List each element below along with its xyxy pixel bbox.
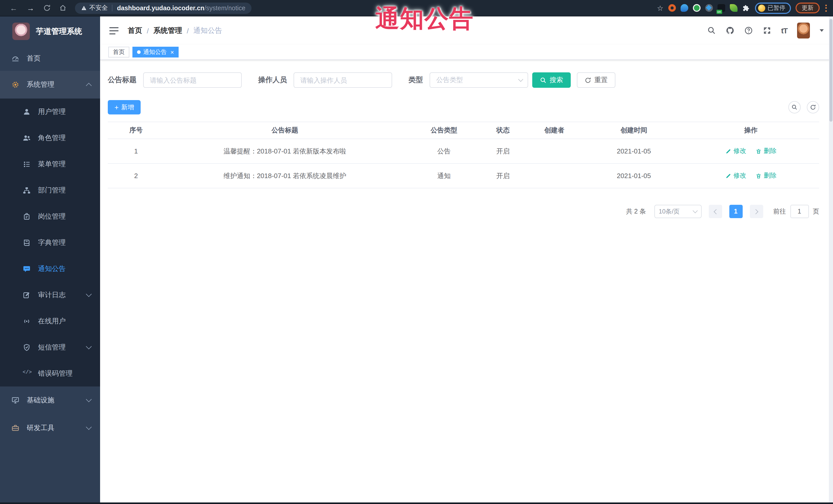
prev-page-button[interactable] [709,205,722,218]
chevron-down-icon [692,208,697,213]
sidebar-item-infrastructure[interactable]: 基础设施 [0,386,100,414]
plus-icon: + [115,104,119,111]
cell-title: 维护通知：2018-07-01 若依系统凌晨维护 [164,171,405,181]
online-users-icon [23,317,31,325]
url-path: /system/notice [204,4,245,11]
toggle-search-button[interactable] [788,101,801,114]
extension-y-icon[interactable] [693,4,700,12]
browser-forward-icon[interactable]: → [27,4,34,12]
vertical-scrollbar[interactable] [829,17,833,502]
sidebar-item-departments[interactable]: 部门管理 [0,177,100,203]
security-label: 不安全 [89,4,108,12]
sidebar-item-label: 字典管理 [38,238,66,247]
profile-status-label: 已暂停 [767,4,785,12]
tab-notices[interactable]: 通知公告 × [133,47,178,57]
logo-avatar [12,23,30,40]
sidebar-item-online-users[interactable]: 在线用户 [0,308,100,334]
github-icon[interactable] [726,26,735,35]
goto-page-group: 前往 页 [773,205,819,218]
search-icon [791,104,798,110]
chevron-down-icon [86,424,92,430]
browser-back-icon[interactable]: ← [10,4,18,12]
font-size-icon[interactable]: tT [781,26,787,35]
user-icon [23,107,31,116]
scrollbar-thumb[interactable] [829,19,832,122]
dictionary-book-icon [23,238,31,247]
app-title: 芋道管理系统 [36,26,82,36]
extension-pin-icon[interactable] [680,4,688,12]
edit-link[interactable]: 修改 [725,147,746,155]
breadcrumb-home[interactable]: 首页 [128,26,142,35]
goto-page-input[interactable] [790,205,809,218]
breadcrumb-system[interactable]: 系统管理 [153,26,182,35]
sidebar-item-sms[interactable]: 短信管理 [0,334,100,360]
navbar-actions: tT [707,23,824,39]
chevron-right-icon [753,209,758,214]
extensions-puzzle-icon[interactable] [742,4,750,12]
type-select[interactable]: 公告类型 [430,72,528,88]
search-button[interactable]: 搜索 [532,72,571,88]
edit-link-label: 修改 [733,171,746,180]
close-icon[interactable]: × [170,49,174,55]
sidebar-item-posts[interactable]: 岗位管理 [0,203,100,230]
page-size-value: 10条/页 [659,207,680,216]
help-icon[interactable] [744,26,753,35]
tab-label: 通知公告 [143,48,167,56]
browser-home-icon[interactable] [59,4,67,12]
user-avatar[interactable] [797,23,810,39]
sidebar-item-notices[interactable]: 通知公告 [0,256,100,282]
search-icon[interactable] [707,26,716,35]
sidebar-item-users[interactable]: 用户管理 [0,99,100,125]
extension-adblock-icon[interactable] [668,4,676,12]
browser-update-button[interactable]: 更新 [795,3,820,13]
sidebar-item-system[interactable]: 系统管理 [0,71,100,99]
hamburger-icon[interactable] [109,27,119,34]
refresh-table-button[interactable] [807,101,819,114]
chevron-down-icon [86,397,92,402]
avatar-caret-icon[interactable] [820,29,824,32]
pencil-icon [725,148,731,154]
sidebar-item-roles[interactable]: 角色管理 [0,125,100,151]
next-page-button[interactable] [749,205,763,218]
edit-link[interactable]: 修改 [725,171,746,180]
extension-diamond-icon[interactable] [705,4,713,12]
sidebar-item-label: 审计日志 [38,290,66,299]
operator-input[interactable] [293,72,392,88]
delete-link[interactable]: 删除 [756,171,777,180]
profile-emoji-icon [758,4,765,11]
address-bar[interactable]: 不安全 dashboard.yudao.iocoder.cn /system/n… [75,2,252,14]
sidebar-item-menus[interactable]: 菜单管理 [0,151,100,177]
sidebar-item-error-codes[interactable]: </> 错误码管理 [0,360,100,386]
page-size-select[interactable]: 10条/页 [654,205,701,218]
column-header-status: 状态 [482,126,524,135]
refresh-icon [810,104,816,110]
delete-link[interactable]: 删除 [756,147,777,155]
tag-tabs-bar: 首页 通知公告 × [100,45,833,60]
total-count-label: 共 2 条 [626,207,646,216]
browser-profile-chip[interactable]: 已暂停 [755,2,791,14]
extension-leaf-icon[interactable] [730,4,737,12]
sidebar-item-home[interactable]: 首页 [0,46,100,71]
notice-title-input[interactable] [143,72,242,88]
reset-button[interactable]: 重置 [577,72,615,88]
browser-menu-icon[interactable] [825,4,827,11]
screen: ← → 不安全 dashboard.yudao.iocoder.cn /syst… [0,0,833,504]
fullscreen-icon[interactable] [763,26,771,35]
sidebar: 芋道管理系统 首页 系统管理 用户管理 角色管理 [0,17,100,502]
breadcrumb-current: 通知公告 [193,26,222,35]
browser-reload-icon[interactable] [43,4,51,12]
tab-home[interactable]: 首页 [108,47,129,57]
add-button[interactable]: + 新增 [108,100,141,115]
sidebar-logo[interactable]: 芋道管理系统 [0,17,100,46]
sidebar-item-audit-log[interactable]: 审计日志 [0,282,100,308]
extension-switch-icon[interactable]: on [717,4,725,12]
sidebar-item-label: 菜单管理 [38,159,66,169]
sidebar-item-dev-tools[interactable]: 研发工具 [0,414,100,442]
page-number-button[interactable]: 1 [729,205,742,218]
cell-type: 公告 [405,146,482,156]
cell-status: 开启 [482,171,524,181]
cell-title: 温馨提醒：2018-07-01 若依新版本发布啦 [164,146,405,156]
bookmark-star-icon[interactable]: ☆ [657,4,663,12]
sidebar-item-dicts[interactable]: 字典管理 [0,230,100,256]
add-button-label: 新增 [121,103,134,112]
